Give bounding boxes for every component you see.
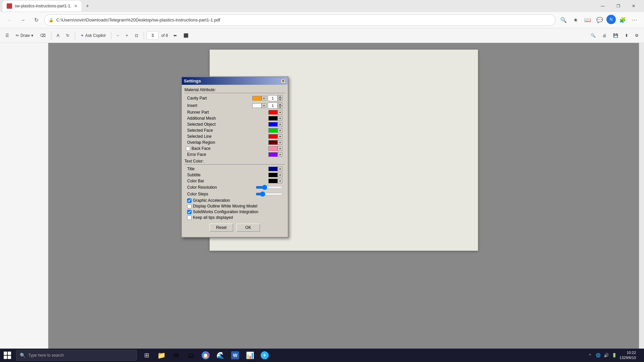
subtitle-swatch[interactable] [268, 173, 278, 177]
zoom-button[interactable]: 🔍 [558, 15, 569, 25]
insert-swatch[interactable] [252, 103, 262, 108]
pdf-settings-button[interactable]: ⚙ [632, 30, 641, 41]
chrome-button[interactable] [199, 349, 213, 362]
active-tab[interactable]: sw-plastics-instructions-part1-1. ✕ [3, 1, 82, 11]
back-face-swatch[interactable] [268, 146, 278, 151]
overlap-region-swatch[interactable] [268, 140, 278, 145]
start-button[interactable] [0, 349, 15, 362]
toolbar-separator-2 [75, 32, 75, 40]
prev-page-button[interactable]: ⬅ [171, 30, 179, 41]
cavity-part-dropdown[interactable]: ▾ [262, 96, 266, 101]
fit-page-button[interactable]: ⊡ [132, 30, 141, 41]
next-page-button[interactable]: ⬛ [181, 30, 191, 41]
cavity-part-spinner[interactable]: ▲ ▼ [278, 95, 282, 101]
selected-face-dropdown[interactable]: ▾ [278, 128, 282, 133]
color-resolution-slider[interactable] [256, 185, 282, 190]
tray-battery-icon[interactable]: 🔋 [611, 353, 617, 358]
selected-object-dropdown[interactable]: ▾ [278, 122, 282, 127]
selected-object-color: ▾ [268, 122, 282, 127]
search-pdf-button[interactable]: 🔍 [588, 30, 598, 41]
system-clock[interactable]: 10:22 1329/8/10 [620, 350, 636, 361]
spinner-up[interactable]: ▲ [278, 103, 282, 106]
favorites-button[interactable]: ★ [570, 15, 581, 25]
draw-tool-button[interactable]: ✏ Draw ▾ [13, 30, 36, 41]
new-tab-button[interactable]: + [83, 1, 92, 11]
word-button[interactable]: W [228, 349, 242, 362]
refresh-button[interactable]: ↻ [31, 15, 42, 25]
close-button[interactable]: ✕ [626, 0, 641, 12]
tray-chevron[interactable]: ^ [587, 353, 593, 358]
insert-dropdown[interactable]: ▾ [262, 103, 266, 108]
rotate-button[interactable]: ↻ [63, 30, 72, 41]
color-steps-label: Color Steps [187, 192, 256, 196]
tab-close-btn[interactable]: ✕ [74, 4, 77, 8]
folder-button[interactable]: 🗂 [184, 349, 198, 362]
url-bar[interactable]: 🔒 C:\Users\novin\Downloads\Telegram%20De… [44, 14, 555, 26]
mail-button[interactable]: ✉ [169, 349, 183, 362]
cavity-part-swatch[interactable] [252, 96, 262, 101]
spinner-down[interactable]: ▼ [278, 98, 282, 101]
selected-line-swatch[interactable] [268, 134, 278, 139]
forward-button[interactable]: → [17, 15, 28, 25]
additional-mesh-swatch[interactable] [268, 116, 278, 121]
error-face-swatch[interactable] [268, 152, 278, 157]
ok-button[interactable]: OK [236, 224, 260, 232]
dialog-close-button[interactable]: ✕ [280, 79, 286, 83]
runner-swatch[interactable] [268, 110, 278, 115]
zoom-in-button[interactable]: + [123, 30, 131, 41]
overlap-region-dropdown[interactable]: ▾ [278, 140, 282, 145]
selected-line-dropdown[interactable]: ▾ [278, 134, 282, 139]
error-face-dropdown[interactable]: ▾ [278, 152, 282, 157]
colorbar-swatch[interactable] [268, 179, 278, 183]
display-outline-checkbox[interactable] [187, 204, 192, 208]
color-steps-slider[interactable] [256, 191, 282, 197]
insert-spinner[interactable]: ▲ ▼ [278, 103, 282, 109]
show-desktop-button[interactable] [639, 349, 641, 362]
share-button[interactable]: ⬆ [622, 30, 631, 41]
additional-mesh-dropdown[interactable]: ▾ [278, 116, 282, 121]
insert-num[interactable] [268, 103, 278, 109]
keep-tips-checkbox[interactable] [187, 216, 192, 220]
taskview-button[interactable]: ⊞ [140, 349, 154, 362]
page-number-input[interactable] [147, 31, 159, 40]
erase-button[interactable]: ⌫ [37, 30, 48, 41]
taskbar-search-box[interactable]: 🔍 Type here to search [16, 350, 137, 361]
extensions-button[interactable]: 🧩 [617, 15, 628, 25]
more-button[interactable]: ⋯ [629, 15, 640, 25]
file-explorer-button[interactable]: 📁 [154, 349, 168, 362]
reset-button[interactable]: Reset [210, 224, 233, 232]
tray-sound-icon[interactable]: 🔊 [603, 353, 609, 358]
graphic-accel-checkbox[interactable] [187, 198, 192, 203]
edge-button[interactable]: 🌊 [213, 349, 227, 362]
profile-button[interactable]: N [606, 15, 616, 24]
spinner-down[interactable]: ▼ [278, 106, 282, 109]
save-button[interactable]: 💾 [610, 30, 621, 41]
selected-object-swatch[interactable] [268, 122, 278, 127]
colorbar-dropdown[interactable]: ▾ [278, 179, 282, 183]
ask-copilot-button[interactable]: ✦ Ask Copilot [78, 30, 108, 41]
reading-mode-button[interactable]: 📖 [582, 15, 593, 25]
pdf-scrollbar[interactable] [639, 43, 644, 349]
runner-dropdown[interactable]: ▾ [278, 110, 282, 115]
minimize-button[interactable]: — [595, 0, 610, 12]
back-face-checkbox[interactable] [186, 146, 190, 151]
material-section-header: Material Attribute: [184, 87, 285, 93]
tray-network-icon[interactable]: 🌐 [595, 353, 601, 358]
sidebar-toggle-button[interactable]: ☰ [3, 30, 12, 41]
back-button[interactable]: ← [4, 15, 15, 25]
maximize-button[interactable]: ❐ [610, 0, 626, 12]
selected-face-swatch[interactable] [268, 128, 278, 133]
solidworks-config-checkbox[interactable] [187, 210, 192, 214]
print-button[interactable]: 🖨 [600, 30, 609, 41]
zoom-out-button[interactable]: − [114, 30, 122, 41]
spinner-up[interactable]: ▲ [278, 95, 282, 98]
telegram-button[interactable]: ✈ [258, 349, 272, 362]
back-face-dropdown[interactable]: ▾ [278, 146, 282, 151]
subtitle-dropdown[interactable]: ▾ [278, 173, 282, 177]
cavity-part-num[interactable] [268, 95, 278, 101]
title-swatch[interactable] [268, 167, 278, 171]
charts-button[interactable]: 📊 [243, 349, 257, 362]
title-dropdown[interactable]: ▾ [278, 167, 282, 171]
text-button[interactable]: A [54, 30, 62, 41]
screenshot-button[interactable]: 💬 [594, 15, 605, 25]
